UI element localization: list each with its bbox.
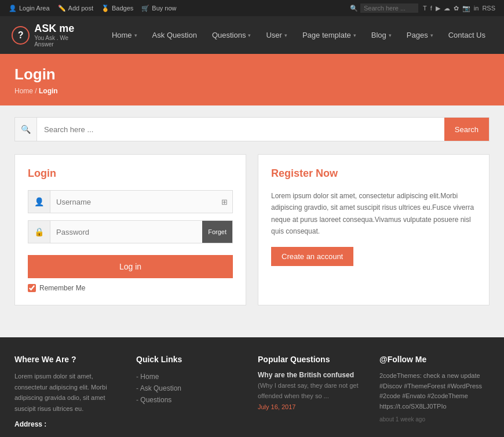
header: ? ASK me You Ask . We Answer Home ▾ Ask … [0,16,504,54]
user-caret-icon: ▾ [284,32,287,38]
twitter-icon[interactable]: T [423,5,427,12]
footer-tweet: 2codeThemes: check a new update #Discov … [379,371,490,411]
search-input[interactable] [37,118,444,141]
logo-text: ASK me You Ask . We Answer [34,23,87,48]
top-bar-right: 🔍 T f ▶ ☁ ✿ 📷 in RSS [350,3,495,13]
panels: Login 👤 ⊞ 🔒 Forget Log in Remember Me [14,154,490,305]
nav-user[interactable]: User ▾ [259,16,294,54]
top-bar-left: 👤 Login Area ✏️ Add post 🏅 Badges 🛒 Buy … [9,5,177,12]
youtube-icon[interactable]: ▶ [436,5,440,12]
footer-links-title: Quick Links [136,355,246,364]
footer-popular-title: Popular Questions [258,355,368,364]
footer-col-location: Where We Are ? Lorem ipsum dolor sit ame… [14,355,125,428]
qr-icon: ⊞ [217,198,232,206]
blog-caret-icon: ▾ [389,32,392,38]
register-text: Lorem ipsum dolor sit amet, consectetur … [271,190,476,238]
footer-col-follow: @Follow Me 2codeThemes: check a new upda… [379,355,490,428]
flickr-icon[interactable]: ✿ [454,5,459,12]
rss-icon[interactable]: RSS [482,5,495,12]
soundcloud-icon[interactable]: ☁ [444,5,450,12]
register-panel-title: Register Now [271,167,476,180]
nav-blog[interactable]: Blog ▾ [364,16,399,54]
topbar-search-icon: 🔍 [350,5,358,12]
footer-address-label: Address : [14,420,125,428]
footer-follow-title: @Follow Me [379,355,490,364]
page-template-caret-icon: ▾ [353,32,356,38]
login-panel-title: Login [28,167,233,180]
logo-name: ASK me [34,23,87,35]
nav-home[interactable]: Home ▾ [105,16,144,54]
footer-q-date: July 16, 2017 [258,403,368,410]
page-title: Login [14,65,490,83]
footer: Where We Are ? Lorem ipsum dolor sit ame… [0,337,504,437]
search-icon: 🔍 [21,125,31,134]
username-group: 👤 ⊞ [28,190,233,213]
password-group: 🔒 Forget [28,220,233,243]
topbar-search-wrap: 🔍 [350,3,418,13]
footer-location-text: Lorem ipsum dolor sit amet, consectetur … [14,371,125,414]
questions-caret-icon: ▾ [248,32,251,38]
footer-q-title: Why are the British confused [258,371,368,379]
buy-now-link[interactable]: 🛒 Buy now [141,5,176,12]
main-nav: Home ▾ Ask Question Questions ▾ User ▾ P… [105,16,492,54]
social-icons: T f ▶ ☁ ✿ 📷 in RSS [423,5,495,12]
footer-location-title: Where We Are ? [14,355,125,364]
badges-link[interactable]: 🏅 Badges [101,5,133,12]
nav-questions[interactable]: Questions ▾ [205,16,258,54]
breadcrumb-current: Login [39,87,58,95]
remember-label: Remember Me [39,284,85,292]
search-button[interactable]: Search [444,118,489,141]
facebook-icon[interactable]: f [430,5,432,12]
linkedin-icon[interactable]: in [474,5,479,12]
search-icon-wrap: 🔍 [15,118,37,141]
nav-ask-question[interactable]: Ask Question [145,16,204,54]
page-header: Login Home / Login [0,54,504,105]
footer-link-questions[interactable]: Questions [136,394,246,406]
user-icon: 👤 [9,5,17,12]
search-bar: 🔍 Search [14,117,490,141]
nav-page-template[interactable]: Page template ▾ [295,16,363,54]
badge-icon: 🏅 [101,5,109,12]
breadcrumb-home[interactable]: Home [14,87,33,95]
login-button[interactable]: Log in [28,255,233,278]
footer-q-excerpt: (Why I darest say, they dare not get off… [258,381,368,401]
top-bar: 👤 Login Area ✏️ Add post 🏅 Badges 🛒 Buy … [0,0,504,16]
cart-icon: 🛒 [141,5,149,12]
footer-col-links: Quick Links Home Ask Question Questions [136,355,246,428]
instagram-icon[interactable]: 📷 [462,5,470,12]
topbar-search-input[interactable] [360,3,418,13]
pencil-icon: ✏️ [58,5,66,12]
login-area-link[interactable]: 👤 Login Area [9,5,50,12]
remember-checkbox[interactable] [28,284,36,292]
create-account-button[interactable]: Create an account [271,247,353,266]
breadcrumb: Home / Login [14,87,490,95]
footer-link-home[interactable]: Home [136,371,246,383]
forget-button[interactable]: Forget [202,221,232,243]
password-input[interactable] [50,221,202,243]
username-input[interactable] [50,191,217,213]
footer-tweet-time: about 1 week ago [379,416,490,423]
logo-icon: ? [12,26,30,45]
nav-contact-us[interactable]: Contact Us [441,16,492,54]
nav-pages[interactable]: Pages ▾ [400,16,440,54]
add-post-link[interactable]: ✏️ Add post [58,5,93,12]
register-panel: Register Now Lorem ipsum dolor sit amet,… [258,154,490,305]
logo-area: ? ASK me You Ask . We Answer [12,23,87,48]
home-caret-icon: ▾ [134,32,137,38]
logo-tagline: You Ask . We Answer [34,35,87,48]
footer-link-ask[interactable]: Ask Question [136,383,246,394]
footer-col-popular: Popular Questions Why are the British co… [258,355,368,428]
login-panel: Login 👤 ⊞ 🔒 Forget Log in Remember Me [14,154,246,305]
username-input-wrap: 👤 ⊞ [28,190,233,213]
lock-field-icon: 🔒 [28,221,50,243]
footer-links-list: Home Ask Question Questions [136,371,246,406]
pages-caret-icon: ▾ [430,32,433,38]
main-content: 🔍 Search Login 👤 ⊞ 🔒 Forget [0,105,504,337]
password-input-wrap: 🔒 Forget [28,220,233,243]
remember-wrap: Remember Me [28,284,233,292]
user-field-icon: 👤 [28,191,50,213]
